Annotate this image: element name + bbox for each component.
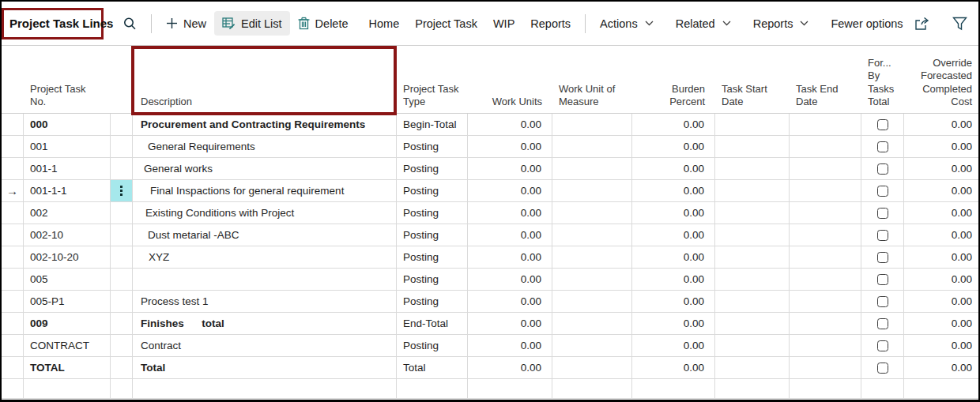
cell-project-task-type[interactable]: Posting: [397, 291, 468, 313]
for-by-tasks-total-checkbox[interactable]: [877, 296, 888, 307]
cell-description[interactable]: Contract: [133, 335, 397, 357]
cell-task-start-date[interactable]: [715, 180, 790, 202]
cell-task-start-date[interactable]: [715, 114, 790, 136]
cell-override-forecasted-completed-cost[interactable]: 0.00: [904, 202, 978, 224]
cell-task-start-date[interactable]: [715, 246, 790, 269]
cell-work-units[interactable]: 0.00: [468, 180, 552, 202]
cell-task-end-date[interactable]: [790, 158, 861, 180]
cell-override-forecasted-completed-cost[interactable]: 0.00: [904, 246, 978, 269]
cell-burden-percent[interactable]: 0.00: [632, 114, 715, 136]
cell-work-unit-of-measure[interactable]: [552, 335, 632, 357]
cell-work-units[interactable]: 0.00: [468, 202, 552, 224]
cell-description[interactable]: Dust metarial -ABC: [133, 224, 397, 246]
cell-burden-percent[interactable]: 0.00: [632, 180, 715, 202]
cell-work-units[interactable]: [468, 379, 552, 399]
cell-project-task-type[interactable]: Posting: [397, 136, 468, 158]
fewer-options-button[interactable]: Fewer options: [823, 12, 910, 36]
column-header-work-unit-of-measure[interactable]: Work Unit of Measure: [552, 46, 632, 113]
menu-home[interactable]: Home: [361, 12, 408, 36]
cell-task-start-date[interactable]: [715, 158, 790, 180]
for-by-tasks-total-checkbox[interactable]: [877, 274, 888, 285]
cell-override-forecasted-completed-cost[interactable]: 0.00: [904, 291, 978, 313]
cell-work-unit-of-measure[interactable]: [552, 114, 632, 136]
cell-work-unit-of-measure[interactable]: [552, 136, 632, 158]
cell-task-start-date[interactable]: [715, 202, 790, 224]
row-ellipsis-menu[interactable]: [111, 180, 132, 201]
menu-reports[interactable]: Reports: [522, 12, 579, 36]
column-header-type[interactable]: Project Task Type: [397, 46, 468, 113]
cell-burden-percent[interactable]: 0.00: [632, 269, 715, 291]
share-button[interactable]: [914, 17, 930, 31]
cell-burden-percent[interactable]: 0.00: [632, 224, 715, 246]
cell-work-unit-of-measure[interactable]: [552, 180, 632, 202]
delete-button[interactable]: Delete: [290, 11, 356, 36]
cell-burden-percent[interactable]: [632, 379, 715, 399]
column-header-override-forecasted-completed-cost[interactable]: Override Forecasted Completed Cost: [904, 46, 978, 113]
cell-task-no[interactable]: 001-1: [24, 158, 111, 180]
cell-override-forecasted-completed-cost[interactable]: 0.00: [904, 136, 978, 158]
cell-override-forecasted-completed-cost[interactable]: 0.00: [904, 335, 978, 357]
cell-override-forecasted-completed-cost[interactable]: 0.00: [904, 180, 978, 202]
cell-task-end-date[interactable]: [790, 357, 861, 379]
cell-task-end-date[interactable]: [790, 114, 861, 136]
cell-task-end-date[interactable]: [790, 313, 861, 335]
cell-burden-percent[interactable]: 0.00: [632, 357, 715, 379]
cell-description[interactable]: General works: [133, 158, 397, 180]
cell-task-no[interactable]: 001: [24, 136, 111, 158]
cell-work-unit-of-measure[interactable]: [552, 158, 632, 180]
menu-project-task[interactable]: Project Task: [407, 12, 485, 36]
cell-task-end-date[interactable]: [790, 269, 861, 291]
reports-dropdown[interactable]: Reports: [745, 12, 817, 36]
cell-task-start-date[interactable]: [715, 335, 790, 357]
cell-work-units[interactable]: 0.00: [468, 136, 552, 158]
cell-task-no[interactable]: CONTRACT: [24, 335, 111, 357]
cell-task-start-date[interactable]: [715, 136, 790, 158]
for-by-tasks-total-checkbox[interactable]: [877, 340, 888, 351]
cell-task-end-date[interactable]: [790, 180, 861, 202]
cell-task-start-date[interactable]: [715, 224, 790, 246]
cell-task-no[interactable]: 000: [24, 114, 111, 136]
cell-project-task-type[interactable]: Posting: [397, 335, 468, 357]
cell-work-unit-of-measure[interactable]: [552, 246, 632, 269]
column-header-description[interactable]: Description: [133, 46, 397, 113]
cell-work-units[interactable]: 0.00: [468, 224, 552, 246]
cell-work-unit-of-measure[interactable]: [552, 269, 632, 291]
cell-task-end-date[interactable]: [790, 379, 861, 399]
cell-work-units[interactable]: 0.00: [468, 158, 552, 180]
for-by-tasks-total-checkbox[interactable]: [877, 363, 888, 374]
cell-override-forecasted-completed-cost[interactable]: 0.00: [904, 313, 978, 335]
for-by-tasks-total-checkbox[interactable]: [877, 318, 888, 329]
cell-description[interactable]: [133, 269, 397, 291]
cell-burden-percent[interactable]: 0.00: [632, 202, 715, 224]
column-header-work-units[interactable]: Work Units: [468, 46, 552, 113]
cell-override-forecasted-completed-cost[interactable]: [904, 379, 978, 399]
cell-override-forecasted-completed-cost[interactable]: 0.00: [904, 158, 978, 180]
for-by-tasks-total-checkbox[interactable]: [877, 141, 888, 152]
cell-work-unit-of-measure[interactable]: [552, 313, 632, 335]
cell-task-no[interactable]: 009: [24, 313, 111, 335]
cell-work-units[interactable]: 0.00: [468, 357, 552, 379]
column-header-task-end-date[interactable]: Task End Date: [790, 46, 861, 113]
column-header-task-start-date[interactable]: Task Start Date: [715, 46, 790, 113]
cell-task-no[interactable]: 005-P1: [24, 291, 111, 313]
cell-project-task-type[interactable]: Posting: [397, 269, 468, 291]
cell-burden-percent[interactable]: 0.00: [632, 136, 715, 158]
cell-work-unit-of-measure[interactable]: [552, 202, 632, 224]
cell-work-units[interactable]: 0.00: [468, 114, 552, 136]
cell-description[interactable]: Procurement and Contracting Requirements: [133, 114, 397, 136]
column-header-for-by-tasks-total[interactable]: For... By Tasks Total: [861, 46, 904, 113]
cell-work-unit-of-measure[interactable]: [552, 224, 632, 246]
cell-project-task-type[interactable]: Total: [397, 357, 468, 379]
cell-burden-percent[interactable]: 0.00: [632, 335, 715, 357]
cell-task-start-date[interactable]: [715, 379, 790, 399]
cell-burden-percent[interactable]: 0.00: [632, 291, 715, 313]
new-button[interactable]: New: [158, 12, 214, 36]
cell-work-units[interactable]: 0.00: [468, 291, 552, 313]
cell-task-start-date[interactable]: [715, 357, 790, 379]
cell-work-units[interactable]: 0.00: [468, 246, 552, 269]
cell-task-no[interactable]: TOTAL: [24, 357, 111, 379]
cell-burden-percent[interactable]: 0.00: [632, 246, 715, 269]
cell-task-no[interactable]: 002: [24, 202, 111, 224]
cell-project-task-type[interactable]: Posting: [397, 158, 468, 180]
cell-task-no[interactable]: 005: [24, 269, 111, 291]
